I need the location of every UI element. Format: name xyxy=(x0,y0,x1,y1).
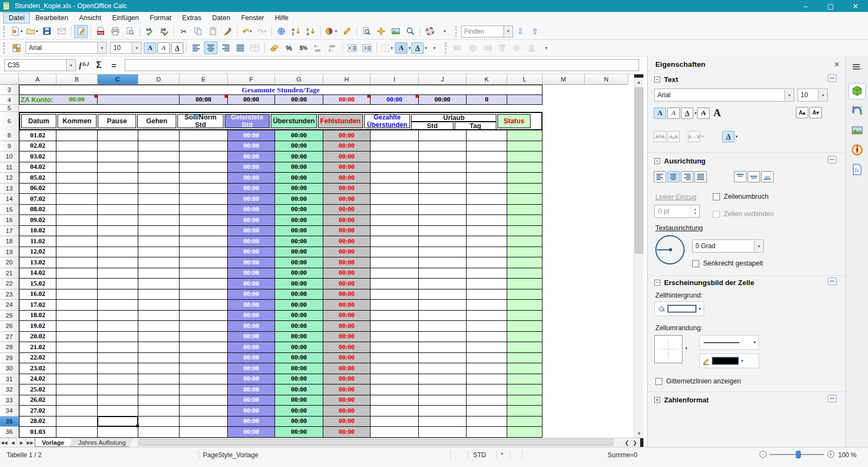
cell-H19[interactable]: 00:00 xyxy=(323,247,371,258)
cell-C33[interactable] xyxy=(98,395,138,406)
row-header-10[interactable]: 10 xyxy=(0,152,19,162)
row-header-23[interactable]: 23 xyxy=(0,289,19,300)
cell-L9[interactable] xyxy=(507,141,542,152)
align-right-button[interactable] xyxy=(219,41,232,54)
cell-F21[interactable]: 00:00 xyxy=(228,268,275,279)
header-status[interactable]: Status xyxy=(497,114,531,128)
cell-G11[interactable]: 00:00 xyxy=(275,162,323,173)
formula-input[interactable] xyxy=(125,59,639,71)
menu-daten[interactable]: Daten xyxy=(207,12,235,23)
bold-button[interactable]: A xyxy=(144,42,156,54)
cell-D32[interactable] xyxy=(138,384,180,395)
gallery-button[interactable] xyxy=(389,25,403,38)
cell-G25[interactable]: 00:00 xyxy=(275,311,323,321)
cell-L34[interactable] xyxy=(507,406,542,416)
cell-J18[interactable] xyxy=(419,236,467,247)
cell-A10[interactable]: 03.02 xyxy=(19,152,56,162)
cell-A12[interactable]: 05.02 xyxy=(19,173,56,184)
column-header-G[interactable]: G xyxy=(275,74,323,85)
zoom-button[interactable] xyxy=(404,25,417,38)
spellcheck-button[interactable]: AB xyxy=(143,25,156,38)
cell-H36[interactable]: 00:00 xyxy=(323,427,371,438)
row-header-15[interactable]: 15 xyxy=(0,205,19,216)
cell-F27[interactable]: 00:00 xyxy=(228,332,275,343)
cell-D35[interactable] xyxy=(138,416,180,427)
cell-K32[interactable] xyxy=(467,384,507,395)
cell-D11[interactable] xyxy=(138,162,180,173)
row-header-26[interactable]: 26 xyxy=(0,321,19,332)
cell-H16[interactable]: 00:00 xyxy=(323,215,371,226)
cell-F31[interactable]: 00:00 xyxy=(228,374,275,385)
cell-K26[interactable] xyxy=(467,321,507,332)
row-header-16[interactable]: 16 xyxy=(0,215,19,226)
sum-label[interactable]: Summe=0 xyxy=(608,451,637,459)
cell-B34[interactable] xyxy=(56,406,98,416)
cell-G30[interactable]: 00:00 xyxy=(275,363,323,374)
cell-K18[interactable] xyxy=(467,236,507,247)
cell-B19[interactable] xyxy=(56,247,98,258)
cell-G14[interactable]: 00:00 xyxy=(275,194,323,205)
cell-C17[interactable] xyxy=(98,226,138,237)
cell-B35[interactable] xyxy=(56,416,98,427)
cell-B12[interactable] xyxy=(56,173,98,184)
column-header-D[interactable]: D xyxy=(138,74,180,85)
cell-F28[interactable]: 00:00 xyxy=(228,342,275,353)
cell-F9[interactable]: 00:00 xyxy=(228,141,275,152)
next-sheet-button[interactable]: ▶ xyxy=(17,438,26,447)
sheet-tab-vorlage[interactable]: Vorlage xyxy=(35,438,71,447)
header-urlaub[interactable]: Urlaub xyxy=(411,114,496,122)
cell-B15[interactable] xyxy=(56,205,98,216)
cell-B24[interactable] xyxy=(56,300,98,311)
row-header-22[interactable]: 22 xyxy=(0,279,19,289)
cell-A33[interactable]: 26.02 xyxy=(19,395,56,406)
cell-I28[interactable] xyxy=(371,342,419,353)
cell-I12[interactable] xyxy=(371,173,419,184)
cell-D33[interactable] xyxy=(138,395,180,406)
cell-J19[interactable] xyxy=(419,247,467,258)
cell-H4[interactable]: 00:00 xyxy=(323,95,371,105)
cell-K23[interactable] xyxy=(467,289,507,300)
cell-E32[interactable] xyxy=(180,384,228,395)
cell-E18[interactable] xyxy=(180,236,228,247)
cell-D14[interactable] xyxy=(138,194,180,205)
border-line-color-button[interactable]: ▾ xyxy=(699,354,759,368)
sidebar-underline-button[interactable]: A xyxy=(681,108,693,119)
row-header-21[interactable]: 21 xyxy=(0,268,19,279)
cell-K34[interactable] xyxy=(467,406,507,416)
justify-button[interactable] xyxy=(233,41,247,54)
cell-L32[interactable] xyxy=(507,384,542,395)
cell-B8[interactable] xyxy=(56,130,98,141)
cell-B23[interactable] xyxy=(56,289,98,300)
cell-H12[interactable]: 00:00 xyxy=(323,173,371,184)
cell-J32[interactable] xyxy=(419,384,467,395)
cell-C22[interactable] xyxy=(98,279,138,289)
cell-I8[interactable] xyxy=(371,130,419,141)
cell-I29[interactable] xyxy=(371,353,419,364)
cell-A8[interactable]: 01.02 xyxy=(19,130,56,141)
open-button[interactable]: ▾ xyxy=(25,25,39,38)
header-geleistete-std[interactable]: GeleisteteStd xyxy=(225,114,270,128)
cell-F23[interactable]: 00:00 xyxy=(228,289,275,300)
cell-K11[interactable] xyxy=(467,162,507,173)
cell-E25[interactable] xyxy=(180,311,228,321)
cell-G8[interactable]: 00:00 xyxy=(275,130,323,141)
cell-J10[interactable] xyxy=(419,152,467,162)
cell-I17[interactable] xyxy=(371,226,419,237)
cell-F30[interactable]: 00:00 xyxy=(228,363,275,374)
paste-button[interactable] xyxy=(206,25,220,38)
cell-A34[interactable]: 27.02 xyxy=(19,406,56,416)
cell-D12[interactable] xyxy=(138,173,180,184)
cell-I31[interactable] xyxy=(371,374,419,385)
cell-E15[interactable] xyxy=(180,205,228,216)
cell-F20[interactable]: 00:00 xyxy=(228,257,275,268)
row-header-6[interactable]: 6 xyxy=(0,112,19,131)
cell-G34[interactable]: 00:00 xyxy=(275,406,323,416)
cell-J8[interactable] xyxy=(419,130,467,141)
cell-A11[interactable]: 04.02 xyxy=(19,162,56,173)
cell-A31[interactable]: 24.02 xyxy=(19,374,56,385)
row-header-12[interactable]: 12 xyxy=(0,173,19,184)
cell-G18[interactable]: 00:00 xyxy=(275,236,323,247)
cell-E34[interactable] xyxy=(180,406,228,416)
text-dialog-launcher-icon[interactable]: ▪▪▪ xyxy=(828,74,837,82)
lowercase-button[interactable]: AₐA xyxy=(667,131,680,142)
